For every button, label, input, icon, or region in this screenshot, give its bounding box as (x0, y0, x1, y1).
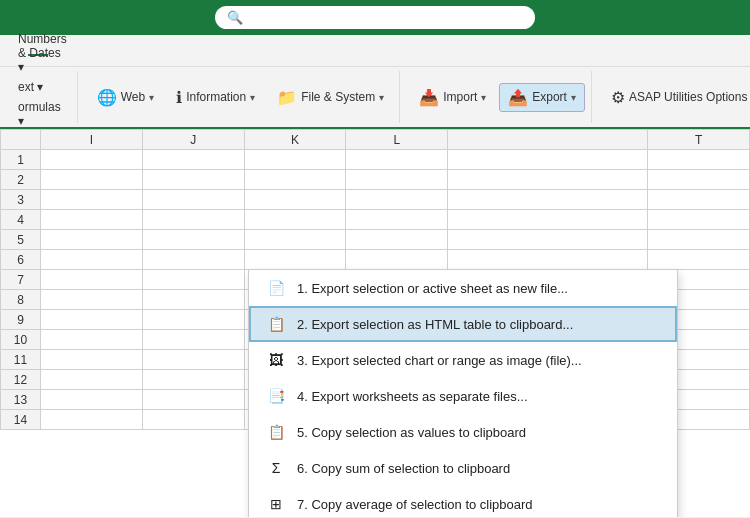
cell[interactable] (41, 330, 143, 350)
cell[interactable] (346, 250, 448, 270)
cell[interactable] (41, 350, 143, 370)
ribbon-group-4: ⚙ ASAP Utilities Options ▾ 🔍 Find and ru… (596, 71, 750, 123)
cell[interactable] (41, 230, 143, 250)
cell[interactable] (448, 170, 648, 190)
cell[interactable] (41, 270, 143, 290)
ribbon-group-3: 📥 Import ▾ 📤 Export ▾ (404, 71, 592, 123)
cell[interactable] (41, 170, 143, 190)
dropdown-item-5[interactable]: 📋5. Copy selection as values to clipboar… (249, 414, 677, 450)
cell[interactable] (142, 210, 244, 230)
cell[interactable] (448, 210, 648, 230)
asap-options-label: ASAP Utilities Options (629, 90, 748, 104)
cell[interactable] (346, 190, 448, 210)
cell[interactable] (244, 150, 346, 170)
cell[interactable] (142, 390, 244, 410)
cell[interactable] (142, 230, 244, 250)
cell[interactable] (41, 410, 143, 430)
dropdown-item-4[interactable]: 📑4. Export worksheets as separate files.… (249, 378, 677, 414)
cell[interactable] (41, 210, 143, 230)
cell[interactable] (346, 170, 448, 190)
cell[interactable] (648, 150, 750, 170)
dropdown-item-icon-1: 📄 (265, 279, 287, 297)
cell[interactable] (142, 190, 244, 210)
cell[interactable] (648, 210, 750, 230)
dropdown-item-6[interactable]: Σ6. Copy sum of selection to clipboard (249, 450, 677, 486)
file-dropdown-arrow: ▾ (379, 92, 384, 103)
cell[interactable] (244, 190, 346, 210)
cell[interactable] (244, 250, 346, 270)
row-number: 4 (1, 210, 41, 230)
cell[interactable] (244, 230, 346, 250)
cell[interactable] (448, 230, 648, 250)
dropdown-item-7[interactable]: ⊞7. Copy average of selection to clipboa… (249, 486, 677, 517)
col-header-J: J (142, 130, 244, 150)
import-dropdown-arrow: ▾ (481, 92, 486, 103)
row-number: 11 (1, 350, 41, 370)
cell[interactable] (142, 170, 244, 190)
cell[interactable] (142, 330, 244, 350)
row-number: 3 (1, 190, 41, 210)
cell[interactable] (346, 150, 448, 170)
cell[interactable] (448, 190, 648, 210)
dropdown-item-text-3: 3. Export selected chart or range as ima… (297, 353, 582, 368)
col-header-L: L (346, 130, 448, 150)
table-row: 1 (1, 150, 750, 170)
cell[interactable] (648, 230, 750, 250)
cell[interactable] (448, 250, 648, 270)
row-number: 7 (1, 270, 41, 290)
cell[interactable] (142, 150, 244, 170)
dropdown-item-2[interactable]: 📋2. Export selection as HTML table to cl… (249, 306, 677, 342)
row-number: 9 (1, 310, 41, 330)
cell[interactable] (142, 370, 244, 390)
cell[interactable] (448, 150, 648, 170)
text-btn[interactable]: ext ▾ (14, 79, 71, 95)
row-number: 8 (1, 290, 41, 310)
row-number: 12 (1, 370, 41, 390)
export-icon: 📤 (508, 88, 528, 107)
row-number: 1 (1, 150, 41, 170)
web-btn[interactable]: 🌐 Web ▾ (88, 83, 163, 112)
search-input-wrap[interactable]: 🔍 (215, 6, 535, 29)
cell[interactable] (142, 250, 244, 270)
dropdown-item-text-1: 1. Export selection or active sheet as n… (297, 281, 568, 296)
cell[interactable] (41, 390, 143, 410)
cell[interactable] (346, 230, 448, 250)
col-header-I: I (41, 130, 143, 150)
cell[interactable] (346, 210, 448, 230)
cell[interactable] (244, 210, 346, 230)
cell[interactable] (142, 270, 244, 290)
dropdown-item-icon-5: 📋 (265, 423, 287, 441)
numbers-dates-btn[interactable]: Numbers & Dates ▾ (14, 31, 71, 75)
cell[interactable] (142, 410, 244, 430)
cell[interactable] (142, 350, 244, 370)
dropdown-item-text-5: 5. Copy selection as values to clipboard (297, 425, 526, 440)
file-system-btn[interactable]: 📁 File & System ▾ (268, 83, 393, 112)
dropdown-item-1[interactable]: 📄1. Export selection or active sheet as … (249, 270, 677, 306)
search-input[interactable] (251, 10, 523, 25)
information-btn[interactable]: ℹ Information ▾ (167, 83, 264, 112)
cell[interactable] (41, 310, 143, 330)
export-dropdown-arrow: ▾ (571, 92, 576, 103)
asap-options-btn[interactable]: ⚙ ASAP Utilities Options ▾ (602, 83, 750, 112)
cell[interactable] (41, 150, 143, 170)
cell[interactable] (648, 250, 750, 270)
cell[interactable] (142, 290, 244, 310)
ribbon-group-2: 🌐 Web ▾ ℹ Information ▾ 📁 File & System … (82, 71, 401, 123)
cell[interactable] (41, 290, 143, 310)
row-num-header (1, 130, 41, 150)
dropdown-item-3[interactable]: 🖼3. Export selected chart or range as im… (249, 342, 677, 378)
cell[interactable] (648, 190, 750, 210)
search-icon: 🔍 (227, 10, 243, 25)
cell[interactable] (244, 170, 346, 190)
export-btn[interactable]: 📤 Export ▾ (499, 83, 585, 112)
import-btn[interactable]: 📥 Import ▾ (410, 83, 495, 112)
cell[interactable] (41, 190, 143, 210)
cell[interactable] (142, 310, 244, 330)
cell[interactable] (41, 370, 143, 390)
row-number: 13 (1, 390, 41, 410)
cell[interactable] (648, 170, 750, 190)
cell[interactable] (41, 250, 143, 270)
row-number: 2 (1, 170, 41, 190)
dropdown-item-icon-3: 🖼 (265, 351, 287, 369)
formulas-btn[interactable]: ormulas ▾ (14, 99, 71, 129)
